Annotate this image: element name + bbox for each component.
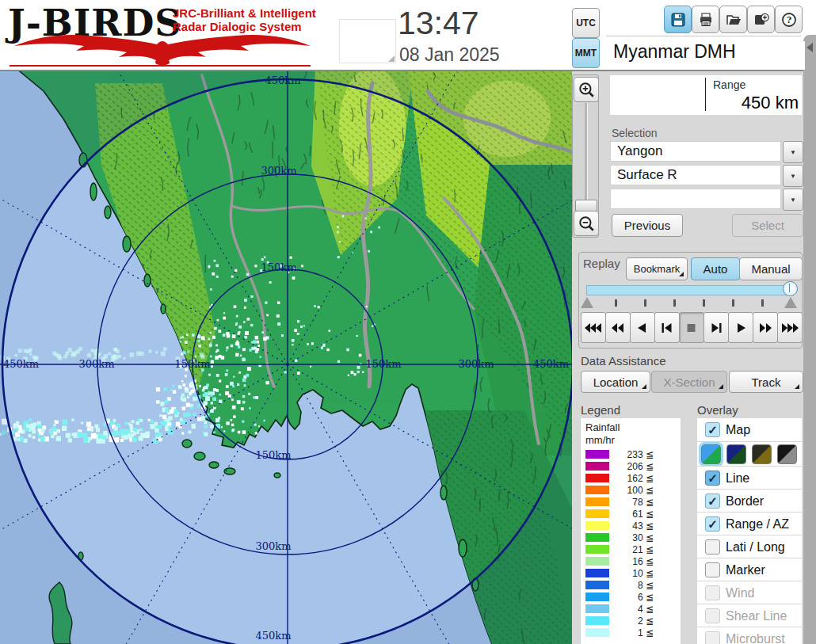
lati-long-checkbox[interactable]	[705, 539, 720, 554]
track-button[interactable]: Track	[729, 371, 803, 393]
data-assistance-label: Data Assistance	[581, 354, 666, 368]
overlay-row-map: ✓Map	[697, 418, 802, 441]
map-style-swatch-4[interactable]	[777, 444, 797, 464]
line-checkbox[interactable]: ✓	[705, 471, 720, 486]
tz-button-utc[interactable]: UTC	[572, 8, 600, 38]
replay-slider-handle[interactable]	[783, 281, 798, 296]
overlay-item-label: Map	[726, 423, 750, 437]
overlay-row-range-az: ✓Range / AZ	[697, 512, 802, 535]
panel-collapse-arrow-icon	[806, 43, 813, 52]
legend-swatch	[585, 509, 609, 518]
overlay-item-label: Range / AZ	[726, 517, 789, 532]
add-image-icon	[753, 12, 769, 28]
legend-title: Rainfall	[585, 421, 620, 433]
logo-underline	[10, 65, 311, 67]
legend-value: 43 ≦	[609, 520, 654, 532]
play-backward-button[interactable]	[630, 312, 655, 343]
map-style-swatch-1[interactable]	[701, 444, 721, 464]
rewind-3-button[interactable]	[581, 312, 606, 343]
print-button[interactable]	[692, 6, 719, 33]
map-style-swatch-3[interactable]	[752, 444, 772, 464]
bookmark-button[interactable]: Bookmark	[626, 257, 688, 280]
selection-dropdown-button-3[interactable]: ▼	[783, 189, 803, 211]
range-value: 450 km	[705, 93, 799, 113]
zoom-slider-handle[interactable]	[575, 200, 597, 211]
save-button[interactable]	[664, 6, 692, 33]
map-style-swatch-2[interactable]	[726, 444, 746, 464]
add-image-button[interactable]	[747, 6, 775, 33]
x-section-button[interactable]: X-Section	[651, 371, 727, 393]
shear-line-checkbox	[705, 608, 720, 623]
replay-tick	[703, 299, 705, 307]
forward-3-icon	[781, 323, 799, 333]
wind-checkbox	[705, 585, 720, 600]
forward-2-icon	[757, 323, 774, 333]
range-start-marker-icon[interactable]	[581, 297, 593, 308]
replay-tick	[615, 299, 617, 307]
selection-field-1[interactable]: Yangon	[610, 141, 781, 162]
tz-button-mmt[interactable]: MMT	[572, 38, 600, 68]
clock-input[interactable]	[339, 19, 396, 63]
rewind-2-button[interactable]	[605, 312, 631, 343]
manual-button[interactable]: Manual	[739, 257, 803, 280]
zoom-slider-track[interactable]	[585, 103, 588, 208]
overlay-item-label: Border	[726, 494, 764, 509]
zoom-out-icon	[578, 215, 595, 232]
chevron-down-icon: ▼	[790, 196, 796, 204]
step-back-button[interactable]	[654, 312, 680, 343]
microburst-checkbox	[705, 631, 720, 644]
replay-tick	[644, 299, 646, 307]
play-button[interactable]	[728, 312, 753, 343]
stop-button[interactable]	[679, 312, 704, 343]
help-button[interactable]: ?	[775, 6, 803, 33]
map-checkbox[interactable]: ✓	[705, 422, 720, 437]
legend-swatch	[585, 581, 609, 589]
legend-swatch	[585, 604, 609, 613]
range-ring-label: 300km	[255, 540, 291, 552]
border-checkbox[interactable]: ✓	[705, 493, 720, 509]
legend-value: 61 ≦	[609, 509, 654, 520]
map-style-row	[697, 441, 802, 467]
selection-label: Selection	[612, 127, 658, 139]
selection-dropdown-button-1[interactable]: ▼	[783, 141, 803, 163]
replay-slider-track[interactable]	[586, 285, 792, 295]
select-button[interactable]: Select	[732, 214, 803, 237]
chevron-down-icon: ▼	[790, 173, 796, 180]
range-ring-label: 450km	[3, 358, 39, 370]
rewind-2-icon	[609, 323, 627, 333]
overlay-item-label: Microburst	[726, 632, 785, 644]
radar-map-canvas: 450km300km150km150km300km450km450km300km…	[0, 71, 572, 644]
selection-field-2[interactable]: Surface R	[610, 165, 781, 185]
location-button[interactable]: Location	[581, 371, 650, 393]
marker-checkbox[interactable]	[705, 562, 720, 577]
range-end-marker-icon[interactable]	[784, 297, 797, 308]
radar-map[interactable]: 450km300km150km150km300km450km450km300km…	[0, 71, 572, 644]
forward-2-button[interactable]	[753, 312, 778, 343]
legend-swatch	[585, 450, 609, 459]
range-ring-label: 300km	[78, 358, 114, 370]
selection-dropdown-button-2[interactable]: ▼	[783, 165, 803, 187]
panel-collapse-strip[interactable]	[803, 35, 816, 644]
selection-field-3[interactable]	[610, 189, 781, 209]
overlay-label: Overlay	[697, 403, 738, 417]
menu-corner-icon	[795, 384, 799, 389]
range-ring-label: 150km	[261, 261, 296, 273]
replay-tick	[673, 299, 676, 307]
auto-button[interactable]: Auto	[691, 257, 740, 280]
legend-value: 233 ≦	[609, 449, 654, 460]
zoom-in-icon	[578, 81, 595, 98]
overlay-item-label: Wind	[726, 586, 754, 600]
range-az-checkbox[interactable]: ✓	[705, 516, 720, 532]
legend-swatch	[585, 557, 609, 566]
play-backward-icon	[634, 323, 651, 333]
zoom-in-button[interactable]	[574, 77, 599, 102]
previous-button[interactable]: Previous	[612, 214, 683, 237]
open-folder-button[interactable]	[719, 6, 747, 33]
legend-value: 4 ≦	[609, 604, 654, 615]
forward-3-button[interactable]	[777, 312, 803, 343]
bookmark-button-label: Bookmark	[634, 263, 681, 275]
step-forward-button[interactable]	[704, 312, 729, 343]
zoom-out-button[interactable]	[574, 211, 599, 236]
save-icon	[670, 12, 686, 28]
replay-label: Replay	[583, 257, 620, 270]
